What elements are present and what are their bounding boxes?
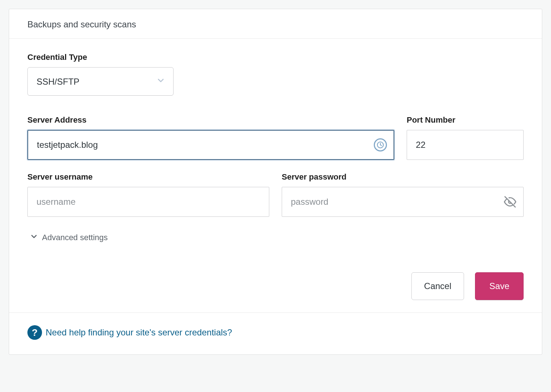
server-username-label: Server username bbox=[27, 172, 269, 182]
port-number-label: Port Number bbox=[407, 115, 524, 125]
server-username-field: Server username bbox=[27, 172, 269, 217]
help-icon: ? bbox=[27, 325, 42, 340]
server-address-field: Server Address bbox=[27, 115, 394, 160]
credential-type-field: Credential Type SSH/SFTP bbox=[27, 53, 524, 96]
credential-type-label: Credential Type bbox=[27, 53, 524, 62]
credential-type-select[interactable]: SSH/SFTP bbox=[27, 67, 174, 96]
server-address-input-wrap bbox=[27, 130, 394, 160]
server-address-label: Server Address bbox=[27, 115, 394, 125]
address-port-row: Server Address Port Number bbox=[27, 115, 524, 160]
server-password-field: Server password bbox=[282, 172, 524, 217]
advanced-settings-toggle[interactable]: Advanced settings bbox=[30, 232, 108, 243]
cancel-button[interactable]: Cancel bbox=[411, 272, 464, 300]
help-link[interactable]: ? Need help finding your site's server c… bbox=[27, 325, 232, 340]
save-button[interactable]: Save bbox=[475, 272, 524, 300]
port-number-field: Port Number bbox=[407, 115, 524, 160]
eye-off-icon[interactable] bbox=[504, 196, 516, 208]
settings-card: Backups and security scans Credential Ty… bbox=[9, 9, 542, 355]
advanced-settings-label: Advanced settings bbox=[42, 233, 108, 242]
chevron-down-icon bbox=[30, 232, 38, 243]
history-icon[interactable] bbox=[374, 138, 387, 151]
credentials-row: Server username Server password bbox=[27, 172, 524, 217]
credential-type-select-wrap: SSH/SFTP bbox=[27, 67, 174, 96]
card-header: Backups and security scans bbox=[9, 9, 542, 39]
server-password-input-wrap bbox=[282, 187, 524, 217]
server-password-label: Server password bbox=[282, 172, 524, 182]
card-footer: ? Need help finding your site's server c… bbox=[9, 312, 542, 354]
form-actions: Cancel Save bbox=[27, 272, 524, 300]
card-title: Backups and security scans bbox=[27, 19, 524, 30]
card-body: Credential Type SSH/SFTP Server Address bbox=[9, 39, 542, 312]
help-link-text: Need help finding your site's server cre… bbox=[46, 327, 232, 338]
server-username-input[interactable] bbox=[27, 187, 269, 217]
port-number-input[interactable] bbox=[407, 130, 524, 160]
server-password-input[interactable] bbox=[282, 187, 524, 217]
server-address-input[interactable] bbox=[27, 130, 394, 160]
